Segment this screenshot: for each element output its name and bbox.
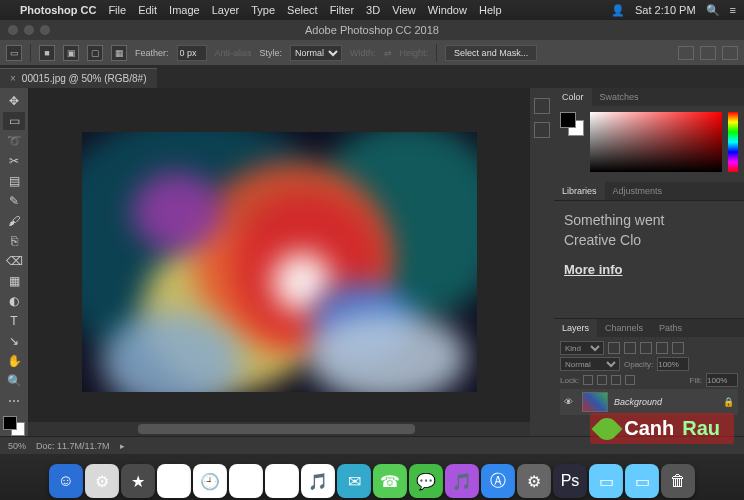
- dock-app-11[interactable]: 🎵: [445, 464, 479, 498]
- menu-file[interactable]: File: [108, 4, 126, 16]
- layer-row-background[interactable]: 👁 Background 🔒: [560, 389, 738, 415]
- menu-3d[interactable]: 3D: [366, 4, 380, 16]
- foreground-color-swatch[interactable]: [3, 416, 17, 430]
- spotlight-icon[interactable]: 🔍: [706, 4, 720, 17]
- close-tab-icon[interactable]: ×: [10, 73, 16, 84]
- notification-center-icon[interactable]: ≡: [730, 4, 736, 16]
- filter-pixel-icon[interactable]: [608, 342, 620, 354]
- tab-color[interactable]: Color: [554, 88, 592, 106]
- eyedropper-tool[interactable]: ✎: [3, 192, 25, 210]
- menubar-clock[interactable]: Sat 2:10 PM: [635, 4, 696, 16]
- menu-select[interactable]: Select: [287, 4, 318, 16]
- document-info[interactable]: Doc: 11.7M/11.7M: [36, 441, 110, 451]
- dock-app-17[interactable]: 🗑: [661, 464, 695, 498]
- lock-pixels-icon[interactable]: [597, 375, 607, 385]
- marquee-tool[interactable]: ▭: [3, 112, 25, 130]
- menu-window[interactable]: Window: [428, 4, 467, 16]
- menu-layer[interactable]: Layer: [212, 4, 240, 16]
- dock-app-12[interactable]: Ⓐ: [481, 464, 515, 498]
- color-picker-field[interactable]: [590, 112, 722, 172]
- layer-filter-kind[interactable]: Kind: [560, 341, 604, 355]
- gradient-tool[interactable]: ▦: [3, 272, 25, 290]
- color-swatches[interactable]: [3, 416, 25, 436]
- tab-paths[interactable]: Paths: [651, 319, 690, 337]
- search-icon[interactable]: [678, 46, 694, 60]
- zoom-window-icon[interactable]: [40, 25, 50, 35]
- menu-filter[interactable]: Filter: [330, 4, 354, 16]
- menu-image[interactable]: Image: [169, 4, 200, 16]
- layer-lock-icon[interactable]: 🔒: [723, 397, 734, 407]
- edit-toolbar-icon[interactable]: ⋯: [3, 392, 25, 410]
- select-and-mask-button[interactable]: Select and Mask...: [445, 45, 537, 61]
- document-tab[interactable]: × 00015.jpg @ 50% (RGB/8#): [0, 68, 157, 88]
- layer-visibility-icon[interactable]: 👁: [564, 397, 576, 407]
- clone-stamp-tool[interactable]: ⎘: [3, 232, 25, 250]
- filter-type-icon[interactable]: [640, 342, 652, 354]
- zoom-tool[interactable]: 🔍: [3, 372, 25, 390]
- feather-input[interactable]: [177, 45, 207, 61]
- dodge-tool[interactable]: ◐: [3, 292, 25, 310]
- status-disclosure-icon[interactable]: ▸: [120, 441, 125, 451]
- quick-select-tool[interactable]: ✂: [3, 152, 25, 170]
- selection-subtract-icon[interactable]: ▢: [87, 45, 103, 61]
- dock-app-14[interactable]: Ps: [553, 464, 587, 498]
- close-window-icon[interactable]: [8, 25, 18, 35]
- horizontal-scrollbar[interactable]: [28, 422, 530, 436]
- tab-layers[interactable]: Layers: [554, 319, 597, 337]
- libraries-more-info-link[interactable]: More info: [564, 262, 734, 277]
- share-icon[interactable]: [722, 46, 738, 60]
- minimize-window-icon[interactable]: [24, 25, 34, 35]
- path-tool[interactable]: ↘: [3, 332, 25, 350]
- lock-all-icon[interactable]: [625, 375, 635, 385]
- dock-app-0[interactable]: ☺: [49, 464, 83, 498]
- dock-app-4[interactable]: 🕘: [193, 464, 227, 498]
- tab-libraries[interactable]: Libraries: [554, 182, 605, 200]
- history-panel-icon[interactable]: [534, 98, 550, 114]
- fast-user-switch-icon[interactable]: 👤: [611, 4, 625, 17]
- brush-tool[interactable]: 🖌: [3, 212, 25, 230]
- hue-slider[interactable]: [728, 112, 738, 172]
- tab-channels[interactable]: Channels: [597, 319, 651, 337]
- menu-help[interactable]: Help: [479, 4, 502, 16]
- tool-preset-icon[interactable]: ▭: [6, 45, 22, 61]
- eraser-tool[interactable]: ⌫: [3, 252, 25, 270]
- selection-add-icon[interactable]: ▣: [63, 45, 79, 61]
- app-name[interactable]: Photoshop CC: [20, 4, 96, 16]
- menu-edit[interactable]: Edit: [138, 4, 157, 16]
- dock-app-7[interactable]: 🎵: [301, 464, 335, 498]
- menu-type[interactable]: Type: [251, 4, 275, 16]
- properties-panel-icon[interactable]: [534, 122, 550, 138]
- tab-swatches[interactable]: Swatches: [592, 88, 647, 106]
- zoom-level[interactable]: 50%: [8, 441, 26, 451]
- move-tool[interactable]: ✥: [3, 92, 25, 110]
- layer-thumbnail[interactable]: [582, 392, 608, 412]
- tab-adjustments[interactable]: Adjustments: [605, 182, 671, 200]
- document-canvas[interactable]: [82, 132, 477, 392]
- type-tool[interactable]: T: [3, 312, 25, 330]
- dock-app-3[interactable]: 21: [157, 464, 191, 498]
- crop-tool[interactable]: ▤: [3, 172, 25, 190]
- panel-color-swatches[interactable]: [560, 112, 584, 136]
- lock-position-icon[interactable]: [611, 375, 621, 385]
- filter-adjust-icon[interactable]: [624, 342, 636, 354]
- filter-smart-icon[interactable]: [672, 342, 684, 354]
- dock-app-2[interactable]: ★: [121, 464, 155, 498]
- menu-view[interactable]: View: [392, 4, 416, 16]
- filter-shape-icon[interactable]: [656, 342, 668, 354]
- dock-app-16[interactable]: ▭: [625, 464, 659, 498]
- hand-tool[interactable]: ✋: [3, 352, 25, 370]
- dock-app-13[interactable]: ⚙: [517, 464, 551, 498]
- dock-app-15[interactable]: ▭: [589, 464, 623, 498]
- opacity-input[interactable]: [657, 357, 689, 371]
- style-select[interactable]: Normal: [290, 45, 342, 61]
- dock-app-5[interactable]: ✉: [229, 464, 263, 498]
- dock-app-1[interactable]: ⚙: [85, 464, 119, 498]
- workspace-switcher-icon[interactable]: [700, 46, 716, 60]
- dock-app-9[interactable]: ☎: [373, 464, 407, 498]
- traffic-lights[interactable]: [8, 25, 50, 35]
- dock-app-8[interactable]: ✉: [337, 464, 371, 498]
- dock-app-10[interactable]: 💬: [409, 464, 443, 498]
- selection-new-icon[interactable]: ■: [39, 45, 55, 61]
- fill-input[interactable]: [706, 373, 738, 387]
- blend-mode-select[interactable]: Normal: [560, 357, 620, 371]
